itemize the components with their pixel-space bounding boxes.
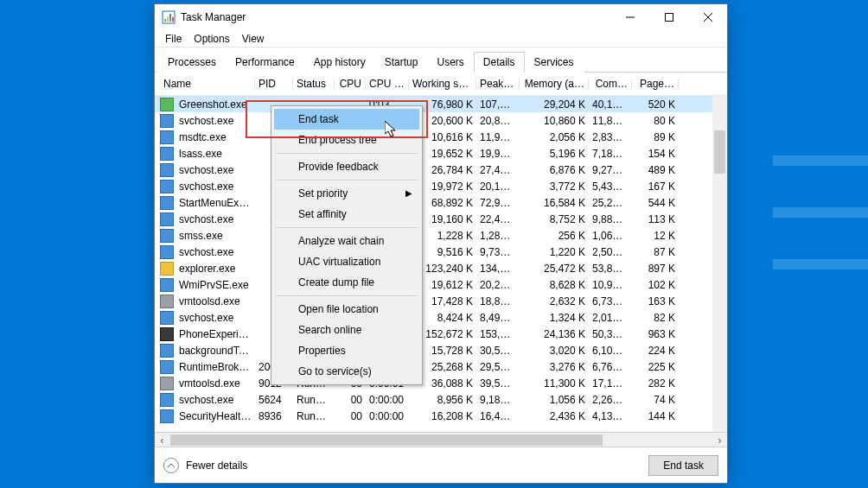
menu-view[interactable]: View	[237, 31, 270, 47]
table-row[interactable]: msdtc.exe0:0010,616 K11,98…2,056 K2,836……	[155, 129, 727, 145]
table-row[interactable]: svchost.exe0:0026,784 K27,41…6,876 K9,27…	[155, 162, 727, 178]
cell-commit: 53,82…	[589, 263, 632, 275]
cell-name: backgroundTaskH…	[176, 345, 255, 357]
cell-memory: 5,196 K	[520, 148, 589, 160]
header-pid[interactable]: PID	[255, 78, 293, 90]
tab-performance[interactable]: Performance	[226, 52, 304, 73]
table-row[interactable]: svchost.exe0:009,516 K9,732…1,220 K2,504…	[155, 244, 727, 260]
tab-details[interactable]: Details	[474, 52, 525, 73]
wallpaper	[773, 155, 868, 484]
context-menu-item[interactable]: Create dump file	[274, 272, 419, 293]
vertical-scrollbar[interactable]	[712, 96, 727, 432]
menu-options[interactable]: Options	[188, 31, 234, 47]
header-workingset[interactable]: Working se…	[409, 78, 476, 90]
cell-commit: 10,92…	[589, 279, 632, 291]
cell-commit: 25,24…	[589, 197, 632, 209]
table-row[interactable]: RuntimeBroker.exe2000Run…000:00:0025,268…	[155, 358, 727, 375]
process-icon	[160, 163, 174, 177]
cell-pid: 5624	[255, 394, 293, 406]
header-name[interactable]: Name	[160, 78, 255, 90]
table-row[interactable]: vmtoolsd.exe0:0017,428 K18,87…2,632 K6,7…	[155, 293, 727, 309]
cell-peak: 30,56…	[476, 345, 520, 357]
cell-peak: 29,50…	[476, 361, 520, 373]
scroll-right-arrow[interactable]: ›	[712, 433, 727, 447]
cell-pagefaults: 144 K	[632, 410, 679, 422]
context-menu-item[interactable]: Search online	[274, 320, 419, 340]
header-status[interactable]: Status	[293, 78, 335, 90]
process-list: Greenshot.exe0:0376,980 K107,8…29,204 K4…	[155, 96, 727, 432]
cell-name: StartMenuExperie…	[176, 197, 255, 209]
cell-peak: 18,87…	[476, 295, 520, 307]
svg-rect-3	[169, 14, 171, 22]
close-button[interactable]	[688, 4, 727, 30]
cell-peak: 9,732…	[476, 246, 520, 258]
titlebar: Task Manager	[155, 4, 727, 30]
svg-rect-6	[665, 14, 673, 22]
cell-commit: 6,108…	[589, 345, 632, 357]
minimize-button[interactable]	[610, 4, 649, 30]
context-menu-item[interactable]: Set priority▶	[274, 183, 419, 204]
cell-name: svchost.exe	[176, 115, 255, 127]
context-menu-item[interactable]: UAC virtualization	[274, 251, 419, 272]
context-menu-item[interactable]: Provide feedback	[274, 156, 419, 177]
process-icon	[160, 196, 174, 210]
tab-services[interactable]: Services	[525, 52, 584, 73]
horizontal-scrollbar[interactable]: ‹ ›	[155, 432, 727, 447]
header-peak[interactable]: Peak …	[476, 78, 520, 90]
cell-commit: 2,504…	[589, 246, 632, 258]
table-row[interactable]: vmtoolsd.exe9012Run…000:00:0136,088 K39,…	[155, 375, 727, 391]
scrollbar-thumb[interactable]	[170, 434, 603, 446]
context-menu-item[interactable]: End process tree	[274, 130, 419, 150]
cell-memory: 8,628 K	[520, 279, 589, 291]
table-row[interactable]: svchost.exe0:0120,600 K20,80…10,860 K11,…	[155, 112, 727, 129]
context-menu-item[interactable]: Go to service(s)	[274, 361, 419, 382]
menu-file[interactable]: File	[160, 31, 187, 47]
table-row[interactable]: smss.exe0:001,228 K1,280…256 K1,068…12 K	[155, 227, 727, 244]
tab-users[interactable]: Users	[427, 52, 473, 73]
cell-pagefaults: 89 K	[632, 131, 679, 143]
process-icon	[160, 180, 174, 193]
table-row[interactable]: explorer.exe0:03123,240 K134,5…25,472 K5…	[155, 260, 727, 276]
cell-name: svchost.exe	[176, 246, 255, 258]
table-row[interactable]: backgroundTaskH…0:0015,728 K30,56…3,020 …	[155, 342, 727, 358]
header-pagefaults[interactable]: Page…	[632, 78, 679, 90]
context-menu-item[interactable]: End task	[274, 109, 419, 130]
maximize-button[interactable]	[649, 4, 688, 30]
table-row[interactable]: WmiPrvSE.exe0:0119,612 K20,24…8,628 K10,…	[155, 276, 727, 293]
table-row[interactable]: svchost.exe0:0019,160 K22,48…8,752 K9,88…	[155, 211, 727, 227]
table-row[interactable]: svchost.exe0:008,424 K8,496…1,324 K2,012…	[155, 309, 727, 326]
cell-memory: 11,300 K	[520, 377, 589, 390]
cell-memory: 1,056 K	[520, 394, 589, 406]
cell-peak: 16,40…	[476, 410, 520, 422]
scrollbar-thumb[interactable]	[714, 130, 725, 174]
table-row[interactable]: StartMenuExperie…0:0068,892 K72,90…16,58…	[155, 194, 727, 211]
context-menu-item[interactable]: Set affinity	[274, 204, 419, 225]
cell-peak: 72,90…	[476, 197, 520, 209]
menubar: File Options View	[155, 30, 727, 48]
process-icon	[160, 262, 174, 276]
fewer-details-link[interactable]: Fewer details	[186, 459, 247, 472]
header-memory[interactable]: Memory (a…	[520, 78, 589, 90]
tab-apphistory[interactable]: App history	[304, 52, 375, 73]
cell-pid: 8936	[255, 410, 293, 422]
tab-startup[interactable]: Startup	[375, 52, 428, 73]
context-menu-item[interactable]: Open file location	[274, 299, 419, 320]
context-menu-item[interactable]: Analyze wait chain	[274, 231, 419, 251]
table-row[interactable]: svchost.exe5624Run…000:00:008,956 K9,180…	[155, 391, 727, 408]
table-row[interactable]: lsass.exe0:0019,652 K19,99…5,196 K7,180……	[155, 145, 727, 162]
header-cpu[interactable]: CPU	[335, 78, 366, 90]
table-row[interactable]: PhoneExperience…0:00152,672 K153,0…24,13…	[155, 326, 727, 342]
table-row[interactable]: SecurityHealthServic…8936Run…000:00:0016…	[155, 408, 727, 424]
table-row[interactable]: Greenshot.exe0:0376,980 K107,8…29,204 K4…	[155, 96, 727, 112]
end-task-button[interactable]: End task	[648, 455, 718, 476]
header-commit[interactable]: Com…	[589, 78, 632, 90]
table-row[interactable]: svchost.exe0:0019,972 K20,13…3,772 K5,43…	[155, 178, 727, 194]
cell-status: Run…	[293, 394, 335, 406]
cell-pagefaults: 154 K	[632, 148, 679, 160]
chevron-up-icon[interactable]	[163, 458, 179, 473]
scroll-left-arrow[interactable]: ‹	[155, 433, 169, 447]
context-menu-item[interactable]: Properties	[274, 340, 419, 361]
header-cputime[interactable]: CPU …	[366, 78, 409, 90]
tab-processes[interactable]: Processes	[158, 52, 226, 73]
cell-name: smss.exe	[176, 230, 255, 242]
